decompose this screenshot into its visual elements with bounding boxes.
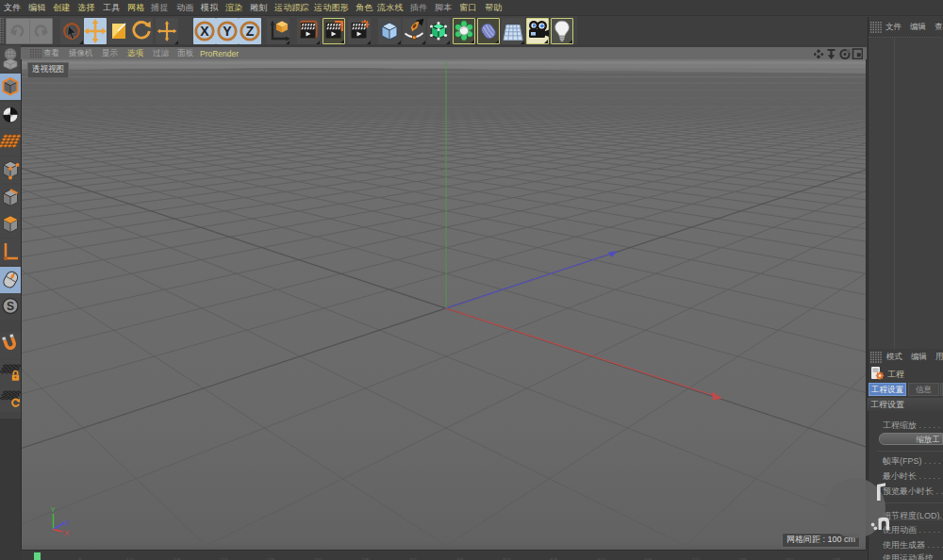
svg-text:Z: Z: [246, 24, 255, 39]
svg-text:X: X: [64, 529, 70, 537]
svg-text:X: X: [200, 24, 209, 39]
svg-text:S: S: [7, 300, 14, 313]
svg-text:Y: Y: [223, 24, 232, 39]
svg-text:Y: Y: [51, 505, 57, 514]
svg-text:Z: Z: [65, 519, 70, 527]
